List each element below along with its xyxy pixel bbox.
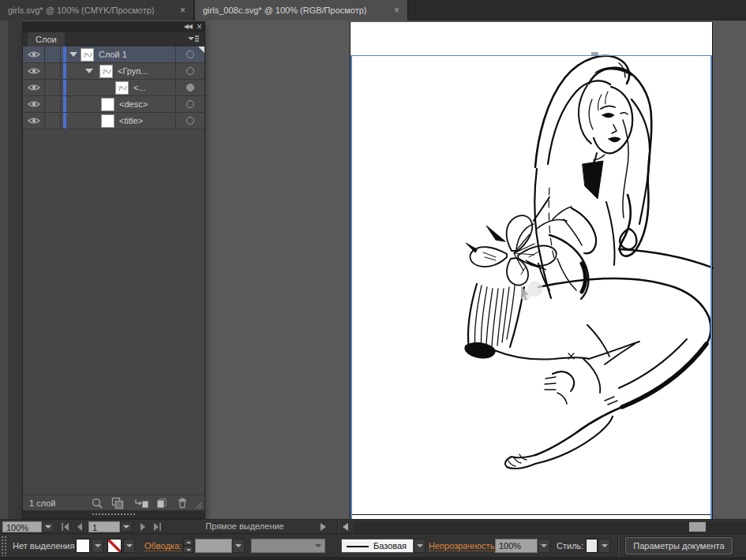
layer-thumbnail[interactable] [99, 65, 113, 78]
layer-name[interactable]: <title> [119, 116, 143, 125]
target-cell[interactable] [175, 63, 204, 79]
panel-titlebar[interactable]: ◀◀ × [23, 22, 204, 32]
stroke-weight-stepper[interactable] [183, 539, 193, 553]
illustrator-window: girls.svg* @ 100% (CMYK/Просмотр) × girl… [0, 0, 746, 560]
layer-row-layer1[interactable]: Слой 1 [23, 47, 204, 63]
zoom-dropdown-button[interactable] [42, 521, 54, 532]
opacity-dropdown-button[interactable] [538, 539, 550, 553]
layer-thumbnail[interactable] [115, 81, 129, 95]
close-panel-icon[interactable]: × [197, 21, 202, 32]
artboard[interactable] [350, 22, 713, 519]
layer-name[interactable]: <desc> [119, 99, 148, 109]
target-circle-icon[interactable] [186, 100, 194, 108]
target-cell[interactable] [175, 47, 204, 62]
layer-name[interactable]: <Груп... [118, 66, 148, 76]
layer-row-title[interactable]: <title> [23, 113, 204, 129]
layer-row-main[interactable]: <desc> [68, 96, 175, 112]
layer-row-desc[interactable]: <desc> [23, 96, 204, 113]
stepper-up-icon[interactable] [183, 539, 193, 546]
stepper-down-icon[interactable] [183, 546, 193, 553]
stroke-weight-dropdown-button[interactable] [232, 539, 245, 553]
visibility-toggle[interactable] [23, 80, 45, 95]
tab-layers[interactable]: Слои [28, 32, 65, 47]
target-circle-icon[interactable] [186, 67, 194, 75]
layer-thumbnail[interactable] [101, 114, 114, 128]
control-bar-grip[interactable] [1, 536, 7, 556]
document-tab-cmyk[interactable]: girls.svg* @ 100% (CMYK/Просмотр) × [0, 0, 194, 21]
brush-dropdown-button[interactable] [414, 539, 425, 553]
fill-dropdown-button[interactable] [92, 539, 103, 553]
target-cell[interactable] [175, 80, 204, 95]
clipping-mask-icon[interactable] [111, 497, 124, 510]
layer-row-main[interactable]: Слой 1 [68, 47, 175, 62]
panel-bottom-resize-handle[interactable] [23, 510, 204, 518]
layer-thumbnail[interactable] [101, 98, 114, 111]
layer-row-path[interactable]: <... [23, 80, 204, 96]
lock-cell[interactable] [45, 80, 61, 95]
lock-cell[interactable] [45, 47, 61, 62]
layer-name[interactable]: <... [133, 83, 146, 92]
width-profile-combo[interactable] [251, 539, 325, 553]
style-swatch[interactable] [586, 539, 598, 553]
close-tab-icon[interactable]: × [174, 5, 186, 16]
target-cell[interactable] [175, 113, 204, 129]
last-artboard-icon[interactable] [152, 522, 164, 532]
layer-thumbnail[interactable] [81, 48, 94, 62]
target-cell[interactable] [175, 96, 204, 112]
layer-count-label: 1 слой [29, 498, 55, 508]
disclosure-triangle[interactable] [85, 69, 93, 73]
horizontal-scrollbar-track[interactable] [354, 521, 746, 532]
next-artboard-icon[interactable] [138, 522, 151, 532]
eye-icon [28, 100, 40, 108]
target-circle-filled-icon[interactable] [186, 84, 194, 91]
new-layer-icon[interactable] [156, 497, 168, 510]
locate-object-icon[interactable] [91, 497, 103, 510]
brush-definition-combo[interactable]: Базовая [341, 539, 414, 553]
layer-row-main[interactable]: <... [68, 80, 175, 95]
visibility-toggle[interactable] [23, 63, 45, 79]
panel-menu-icon[interactable] [187, 35, 200, 43]
status-expand-icon[interactable] [321, 523, 326, 531]
close-tab-icon[interactable]: × [388, 5, 399, 16]
visibility-toggle[interactable] [23, 47, 45, 62]
style-dropdown-button[interactable] [598, 539, 610, 553]
stroke-dropdown-button[interactable] [123, 539, 135, 553]
collapse-panel-icon[interactable]: ◀◀ [184, 23, 192, 30]
layer-name[interactable]: Слой 1 [99, 50, 127, 59]
layer-row-group[interactable]: <Груп... [23, 63, 204, 80]
new-sublayer-icon[interactable] [135, 497, 149, 510]
stroke-weight-combo[interactable] [195, 539, 232, 553]
opacity-link[interactable]: Непрозрачность: [429, 541, 497, 551]
artboard-number-box[interactable]: 1 [88, 521, 120, 532]
trash-icon[interactable] [176, 497, 189, 510]
disclosure-triangle[interactable] [69, 52, 77, 57]
lock-cell[interactable] [45, 96, 61, 112]
zoom-level-box[interactable]: 100% [2, 521, 42, 532]
scroll-left-icon[interactable] [343, 523, 348, 531]
fill-color-swatch[interactable] [76, 539, 90, 553]
document-tab-rgb[interactable]: girls_008c.svg* @ 100% (RGB/Просмотр) × [195, 0, 408, 21]
visibility-toggle[interactable] [23, 113, 45, 129]
layer-row-main[interactable]: <Груп... [68, 63, 175, 79]
window-bottom-edge [0, 557, 746, 560]
document-tabbar: girls.svg* @ 100% (CMYK/Просмотр) × girl… [0, 0, 746, 21]
opacity-combo[interactable]: 100% [495, 539, 538, 553]
target-circle-icon[interactable] [186, 50, 194, 58]
selection-bbox-top [351, 55, 712, 56]
visibility-toggle[interactable] [23, 96, 45, 112]
canvas-pasteboard[interactable]: ◀◀ × Слои [0, 21, 746, 519]
horizontal-scrollbar-thumb[interactable] [689, 522, 706, 532]
artboard-dropdown-button[interactable] [120, 521, 133, 532]
first-artboard-icon[interactable] [60, 522, 73, 532]
eye-icon [28, 67, 40, 75]
stroke-link[interactable]: Обводка: [144, 541, 182, 551]
selection-bbox-handle[interactable] [591, 52, 598, 55]
stroke-color-none-swatch[interactable] [107, 539, 122, 553]
lock-cell[interactable] [45, 113, 61, 129]
target-circle-icon[interactable] [186, 117, 194, 125]
previous-artboard-icon[interactable] [75, 522, 88, 532]
layer-row-main[interactable]: <title> [68, 113, 175, 129]
document-setup-button[interactable]: Параметры документа [625, 537, 733, 554]
panel-resize-grip-icon[interactable] [193, 500, 203, 510]
lock-cell[interactable] [45, 63, 61, 79]
